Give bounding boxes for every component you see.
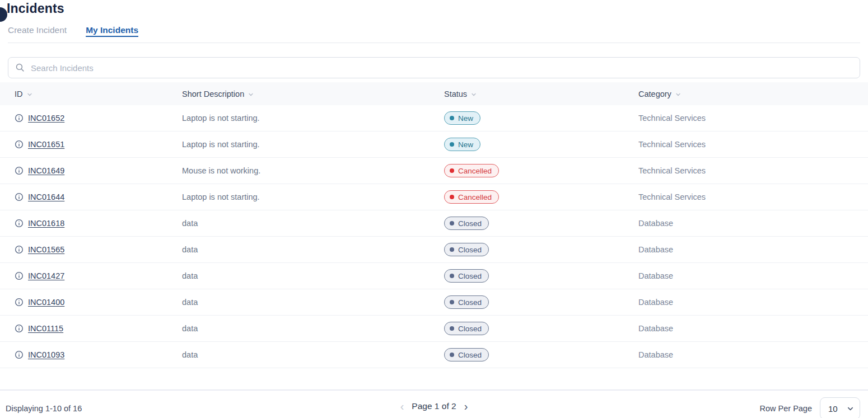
status-badge: Closed <box>444 295 489 309</box>
id-cell: INC01644 <box>15 192 182 201</box>
page-indicator: Page 1 of 2 <box>412 401 456 411</box>
status-badge: Closed <box>444 243 489 256</box>
status-badge-label: Cancelled <box>458 193 492 201</box>
incident-id-link[interactable]: INC01115 <box>28 324 63 333</box>
column-header-short-description-label: Short Description <box>182 90 244 98</box>
incident-id-link[interactable]: INC01093 <box>28 350 64 359</box>
status-dot-icon <box>450 353 454 357</box>
status-dot-icon <box>450 221 454 226</box>
tab-create-incident[interactable]: Create Incident <box>8 25 67 36</box>
table-body: INC01652 Laptop is not starting. New Tec… <box>0 105 868 368</box>
info-circle-icon[interactable] <box>15 219 24 228</box>
status-badge-label: Closed <box>458 219 482 228</box>
status-badge-label: New <box>458 140 473 149</box>
status-cell: Closed <box>444 217 638 230</box>
status-dot-icon <box>450 274 454 278</box>
search-bar <box>8 57 860 78</box>
short-description-cell: Laptop is not starting. <box>182 114 444 123</box>
category-cell: Database <box>638 271 860 280</box>
status-badge: Cancelled <box>444 190 499 204</box>
status-badge: Closed <box>444 322 489 335</box>
category-cell: Technical Services <box>638 192 860 201</box>
status-badge: Closed <box>444 269 489 283</box>
status-badge-label: Closed <box>458 246 482 254</box>
status-cell: Closed <box>444 322 638 335</box>
chevron-down-icon <box>470 91 477 97</box>
info-circle-icon[interactable] <box>15 166 24 175</box>
category-cell: Database <box>638 298 860 307</box>
status-cell: New <box>444 138 638 151</box>
info-circle-icon[interactable] <box>15 192 24 201</box>
incident-id-link[interactable]: INC01652 <box>28 114 64 123</box>
incident-id-link[interactable]: INC01644 <box>28 192 64 201</box>
search-input[interactable] <box>8 57 860 78</box>
page-header: Incidents Create Incident My Incidents <box>0 0 868 43</box>
incident-id-link[interactable]: INC01565 <box>28 245 64 254</box>
column-header-status[interactable]: Status <box>444 90 638 98</box>
status-badge: New <box>444 138 480 151</box>
tab-my-incidents[interactable]: My Incidents <box>86 25 138 36</box>
short-description-cell: data <box>182 219 444 228</box>
short-description-cell: data <box>182 324 444 333</box>
column-header-id[interactable]: ID <box>15 90 182 98</box>
info-circle-icon[interactable] <box>15 350 24 359</box>
short-description-cell: Mouse is not working. <box>182 166 444 175</box>
column-header-category[interactable]: Category <box>638 90 860 98</box>
status-badge-label: Cancelled <box>458 167 492 175</box>
table-row: INC01651 Laptop is not starting. New Tec… <box>0 131 868 158</box>
category-cell: Technical Services <box>638 166 860 175</box>
table-row: INC01565 data Closed Database <box>0 237 868 263</box>
status-cell: Closed <box>444 348 638 361</box>
column-header-category-label: Category <box>638 90 671 98</box>
short-description-cell: data <box>182 350 444 359</box>
column-header-status-label: Status <box>444 90 467 98</box>
category-cell: Technical Services <box>638 140 860 149</box>
id-cell: INC01565 <box>15 245 182 254</box>
chevron-down-icon <box>26 91 33 97</box>
id-cell: INC01400 <box>15 298 182 307</box>
info-circle-icon[interactable] <box>15 140 24 149</box>
rows-per-page-select[interactable]: 10 <box>820 397 860 418</box>
page-title: Incidents <box>7 1 860 16</box>
incident-id-link[interactable]: INC01618 <box>28 219 64 228</box>
column-header-id-label: ID <box>15 90 23 98</box>
table-row: INC01618 data Closed Database <box>0 210 868 237</box>
id-cell: INC01651 <box>15 140 182 149</box>
info-circle-icon[interactable] <box>15 271 24 280</box>
status-badge: Cancelled <box>444 164 499 177</box>
incident-id-link[interactable]: INC01427 <box>28 271 64 280</box>
previous-page-button[interactable]: ‹ <box>399 401 405 412</box>
rows-per-page: Row Per Page 10 <box>760 397 861 418</box>
table-row: INC01115 data Closed Database <box>0 316 868 342</box>
incident-id-link[interactable]: INC01649 <box>28 166 64 175</box>
chevron-down-icon <box>248 91 254 97</box>
status-dot-icon <box>450 247 454 252</box>
next-page-button[interactable]: › <box>463 401 469 412</box>
info-circle-icon[interactable] <box>15 324 24 333</box>
status-badge-label: New <box>458 114 473 123</box>
incident-id-link[interactable]: INC01651 <box>28 140 64 149</box>
status-badge: Closed <box>444 348 489 361</box>
displaying-count: Displaying 1-10 of 16 <box>6 404 82 413</box>
status-cell: New <box>444 111 638 125</box>
category-cell: Database <box>638 219 860 228</box>
incident-id-link[interactable]: INC01400 <box>28 298 64 307</box>
id-cell: INC01652 <box>15 114 182 123</box>
id-cell: INC01649 <box>15 166 182 175</box>
pagination: ‹ Page 1 of 2 › <box>399 395 469 417</box>
info-circle-icon[interactable] <box>15 245 24 254</box>
status-cell: Cancelled <box>444 164 638 177</box>
status-dot-icon <box>450 116 454 120</box>
category-cell: Technical Services <box>638 114 860 123</box>
info-circle-icon[interactable] <box>15 298 24 307</box>
table-row: INC01427 data Closed Database <box>0 263 868 289</box>
status-dot-icon <box>450 168 454 173</box>
status-badge-label: Closed <box>458 325 482 333</box>
status-dot-icon <box>450 326 454 331</box>
id-cell: INC01618 <box>15 219 182 228</box>
short-description-cell: Laptop is not starting. <box>182 140 444 149</box>
table-row: INC01644 Laptop is not starting. Cancell… <box>0 184 868 210</box>
category-cell: Database <box>638 324 860 333</box>
column-header-short-description[interactable]: Short Description <box>182 90 444 98</box>
info-circle-icon[interactable] <box>15 114 24 123</box>
